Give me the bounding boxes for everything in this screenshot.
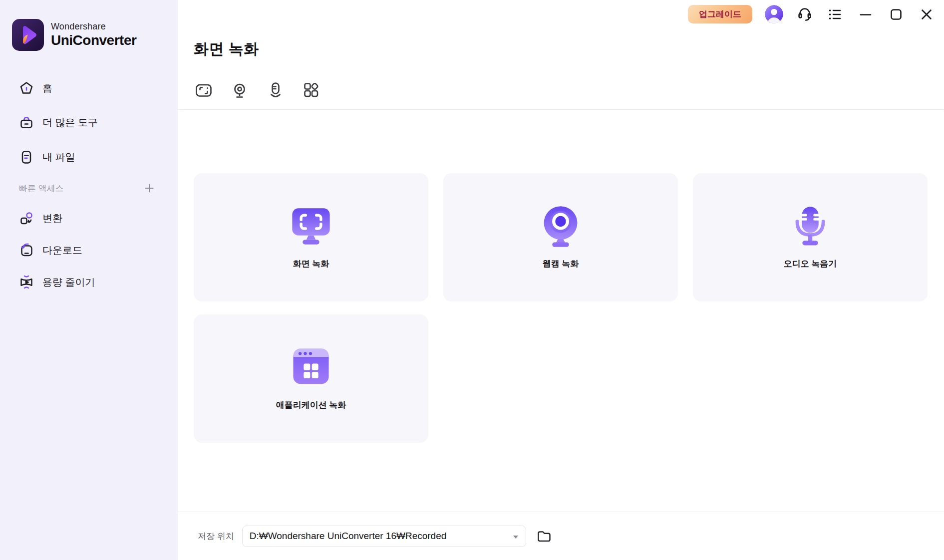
sidebar-item-download[interactable]: 다운로드 — [0, 234, 178, 266]
sidebar-item-label: 다운로드 — [42, 244, 82, 257]
brand-line1: Wondershare — [51, 21, 136, 32]
sidebar-item-label: 내 파일 — [42, 150, 75, 164]
sidebar-item-home[interactable]: 홈 — [0, 71, 178, 105]
maximize-button[interactable] — [887, 5, 905, 23]
folder-icon — [536, 528, 552, 544]
sidebar-item-more-tools[interactable]: 더 많은 도구 — [0, 105, 178, 140]
home-icon — [19, 81, 34, 96]
save-path-value: D:₩Wondershare UniConverter 16₩Recorded — [250, 531, 447, 542]
sidebar-item-convert[interactable]: 변환 — [0, 202, 178, 234]
card-webcam-record[interactable]: 웹캠 녹화 — [443, 173, 678, 301]
download-icon — [19, 243, 34, 258]
record-cards: 화면 녹화 — [194, 173, 928, 443]
webcam-record-icon — [537, 203, 585, 251]
sidebar-item-label: 변환 — [42, 212, 62, 225]
save-path-dropdown[interactable]: D:₩Wondershare UniConverter 16₩Recorded — [242, 526, 526, 547]
header-divider — [178, 109, 944, 110]
chevron-down-icon — [513, 536, 518, 539]
card-label: 웹캠 녹화 — [543, 258, 579, 270]
main-panel: 업그레이드 — [178, 0, 944, 560]
my-files-icon — [19, 150, 34, 165]
screen-record-tab-icon — [195, 82, 212, 99]
card-label: 오디오 녹음기 — [784, 258, 837, 270]
app-record-icon — [287, 344, 335, 392]
sidebar-item-compress[interactable]: 용량 줄이기 — [0, 266, 178, 298]
add-quick-access-button[interactable] — [144, 183, 155, 194]
account-avatar[interactable] — [765, 5, 783, 23]
sidebar-item-label: 홈 — [42, 81, 52, 95]
brand-text: Wondershare UniConverter — [51, 21, 136, 48]
app-window: Wondershare UniConverter 홈 — [0, 0, 944, 560]
headset-icon — [796, 6, 813, 23]
open-folder-button[interactable] — [536, 528, 553, 545]
card-app-record[interactable]: 애플리케이션 녹화 — [194, 314, 428, 443]
card-label: 애플리케이션 녹화 — [276, 399, 346, 411]
tab-app-record[interactable] — [302, 80, 321, 100]
minimize-icon — [857, 6, 874, 23]
app-logo: Wondershare UniConverter — [0, 19, 178, 51]
card-label: 화면 녹화 — [293, 258, 329, 270]
maximize-icon — [888, 6, 905, 23]
minimize-button[interactable] — [857, 5, 875, 23]
record-mode-tabs — [194, 80, 944, 100]
quick-access-label: 빠른 액세스 — [19, 183, 64, 194]
sidebar: Wondershare UniConverter 홈 — [0, 0, 178, 560]
toolbox-icon — [19, 115, 34, 130]
screen-record-icon — [287, 203, 335, 251]
close-icon — [918, 6, 935, 23]
sidebar-nav: 홈 더 많은 도구 — [0, 71, 178, 298]
compress-icon — [19, 275, 34, 289]
audio-record-icon — [786, 203, 834, 251]
card-audio-record[interactable]: 오디오 녹음기 — [693, 173, 928, 301]
page-title: 화면 녹화 — [194, 39, 944, 59]
webcam-record-tab-icon — [231, 82, 248, 99]
task-list-icon — [827, 6, 844, 23]
support-button[interactable] — [796, 5, 814, 23]
sidebar-item-my-files[interactable]: 내 파일 — [0, 140, 178, 174]
close-button[interactable] — [918, 5, 936, 23]
brand-line2: UniConverter — [51, 32, 136, 48]
app-record-tab-icon — [303, 82, 320, 99]
save-location-bar: 저장 위치 D:₩Wondershare UniConverter 16₩Rec… — [178, 512, 944, 560]
upgrade-button[interactable]: 업그레이드 — [688, 5, 752, 23]
tab-audio-record[interactable] — [266, 80, 286, 100]
quick-access-section: 빠른 액세스 — [0, 174, 178, 202]
uniconverter-logo-icon — [12, 19, 44, 51]
audio-record-tab-icon — [267, 82, 284, 99]
tab-webcam-record[interactable] — [230, 80, 250, 100]
sidebar-item-label: 용량 줄이기 — [42, 276, 95, 289]
tab-screen-record[interactable] — [194, 80, 214, 100]
task-list-button[interactable] — [826, 5, 844, 23]
save-location-label: 저장 위치 — [198, 531, 234, 542]
convert-icon — [19, 211, 34, 226]
card-screen-record[interactable]: 화면 녹화 — [194, 173, 428, 301]
sidebar-item-label: 더 많은 도구 — [42, 116, 98, 129]
title-bar: 업그레이드 — [688, 5, 936, 23]
